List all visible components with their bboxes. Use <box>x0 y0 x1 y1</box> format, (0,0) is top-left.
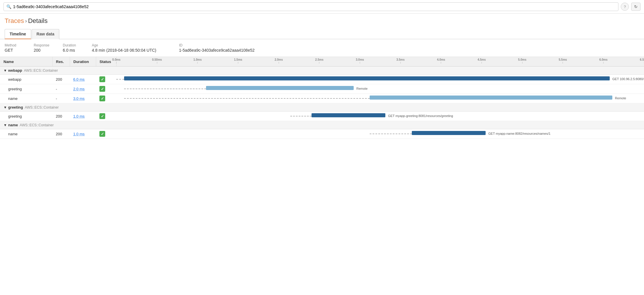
col-timeline-header: 0.0ms0.50ms1.0ms1.5ms2.0ms2.5ms3.0ms3.5m… <box>116 57 644 66</box>
bar-label-0-2: Remote <box>615 96 626 100</box>
cell-bar-0-1: Remote <box>116 84 644 94</box>
col-res-header: Res. <box>52 57 70 66</box>
summary-id: ID 1-5ad6ea9c-3403afece9ca62aaa4108e52 <box>179 42 639 54</box>
cell-status-0-2 <box>96 94 116 103</box>
cell-bar-1-0: GET myapp-greeting:8081/resources/greeti… <box>116 111 644 121</box>
summary-age: Age 4.8 min (2018-04-18 06:50:04 UTC) <box>92 42 179 54</box>
cell-dur-0-2[interactable]: 3.0 ms <box>70 94 96 103</box>
cell-dur-2-0[interactable]: 1.0 ms <box>70 129 96 139</box>
group-name-2: name <box>8 123 18 127</box>
id-label: ID <box>179 43 634 47</box>
data-row-0-1: greeting-2.0 msRemote <box>0 84 644 94</box>
method-value: GET <box>5 48 28 53</box>
cell-name-0-0: webapp <box>0 75 52 84</box>
cell-bar-0-2: Remote <box>116 94 644 103</box>
status-check-0-0 <box>99 76 105 82</box>
cell-res-0-0: 200 <box>52 75 70 84</box>
tick-7: 3.5ms <box>396 58 405 64</box>
group-row-0: ▼webappAWS::ECS::Container <box>0 66 644 75</box>
dur-link-1-0[interactable]: 1.0 ms <box>73 114 85 118</box>
cell-dur-0-0[interactable]: 6.0 ms <box>70 75 96 84</box>
data-row-0-0: webapp2006.0 msGET 100.96.2.5:8080/ <box>0 75 644 84</box>
group-type-0: AWS::ECS::Container <box>24 69 58 73</box>
response-value: 200 <box>34 48 57 53</box>
dash-line-0-2 <box>124 98 369 99</box>
tick-12: 6.0ms <box>599 58 607 64</box>
dash-line-2-0 <box>370 134 412 134</box>
cell-res-0-1: - <box>52 84 70 94</box>
summary-method: Method GET <box>5 42 34 54</box>
cell-bar-2-0: GET myapp-name:8082/resources/names/1 <box>116 129 644 139</box>
bar-1-0 <box>312 113 385 117</box>
tab-timeline[interactable]: Timeline <box>5 29 31 39</box>
search-icon: 🔍 <box>6 4 11 9</box>
id-value: 1-5ad6ea9c-3403afece9ca62aaa4108e52 <box>179 48 634 53</box>
summary-response: Response 200 <box>34 42 63 54</box>
status-check-1-0 <box>99 113 105 119</box>
data-row-1-0: greeting2001.0 msGET myapp-greeting:8081… <box>0 111 644 121</box>
summary-row: Method GET Response 200 Duration 6.0 ms … <box>0 39 644 57</box>
dash-line-0-1 <box>124 89 206 89</box>
age-value: 4.8 min (2018-04-18 06:50:04 UTC) <box>92 48 173 53</box>
cell-res-2-0: 200 <box>52 129 70 139</box>
collapse-icon-2[interactable]: ▼ <box>3 123 7 127</box>
help-button[interactable]: ? <box>621 3 629 11</box>
bar-2-0 <box>412 131 486 135</box>
breadcrumb-details: Details <box>28 17 47 25</box>
tick-1: 0.50ms <box>152 58 162 64</box>
cell-dur-1-0[interactable]: 1.0 ms <box>70 111 96 121</box>
dur-link-0-0[interactable]: 6.0 ms <box>73 77 85 82</box>
data-row-0-2: name-3.0 msRemote <box>0 94 644 103</box>
cell-res-0-2: - <box>52 94 70 103</box>
dash-line-0-0 <box>116 79 124 80</box>
collapse-icon-1[interactable]: ▼ <box>3 105 7 109</box>
tab-rawdata[interactable]: Raw data <box>32 29 59 39</box>
group-row-1: ▼greetingAWS::ECS::Container <box>0 103 644 111</box>
dur-link-0-2[interactable]: 3.0 ms <box>73 96 85 101</box>
group-name-0: webapp <box>8 68 22 73</box>
cell-dur-0-1[interactable]: 2.0 ms <box>70 84 96 94</box>
trace-table: Name Res. Duration Status 0.0ms0.50ms1.0… <box>0 57 644 139</box>
cell-name-2-0: name <box>0 129 52 139</box>
dur-link-2-0[interactable]: 1.0 ms <box>73 132 85 136</box>
cell-status-1-0 <box>96 111 116 121</box>
collapse-icon-0[interactable]: ▼ <box>3 69 7 73</box>
group-row-2: ▼nameAWS::ECS::Container <box>0 121 644 129</box>
traces-link[interactable]: Traces <box>5 17 24 25</box>
duration-label: Duration <box>63 43 86 47</box>
tick-6: 3.0ms <box>356 58 364 64</box>
bar-label-2-0: GET myapp-name:8082/resources/names/1 <box>488 132 550 135</box>
cell-status-2-0 <box>96 129 116 139</box>
method-label: Method <box>5 43 28 47</box>
bar-label-1-0: GET myapp-greeting:8081/resources/greeti… <box>388 114 453 118</box>
tick-13: 6.5ms <box>640 58 644 64</box>
col-name-header: Name <box>0 57 52 66</box>
status-check-2-0 <box>99 131 105 137</box>
tick-10: 5.0ms <box>518 58 526 64</box>
search-input-wrapper: 🔍 <box>3 2 618 11</box>
tick-0: 0.0ms <box>112 58 120 64</box>
tick-2: 1.0ms <box>194 58 202 64</box>
tick-9: 4.5ms <box>477 58 486 64</box>
dur-link-0-1[interactable]: 2.0 ms <box>73 87 85 91</box>
breadcrumb: Traces › Details <box>0 14 644 25</box>
tick-4: 2.0ms <box>275 58 283 64</box>
search-input[interactable] <box>3 2 618 11</box>
refresh-button[interactable]: ↻ <box>631 3 641 11</box>
bar-0-1 <box>206 86 354 90</box>
cell-bar-0-0: GET 100.96.2.5:8080/ <box>116 75 644 84</box>
group-name-1: greeting <box>8 105 23 109</box>
breadcrumb-separator: › <box>25 18 27 24</box>
cell-status-0-1 <box>96 84 116 94</box>
tick-5: 2.5ms <box>315 58 323 64</box>
dash-line-1-0 <box>290 116 312 116</box>
cell-status-0-0 <box>96 75 116 84</box>
response-label: Response <box>34 43 57 47</box>
tick-8: 4.0ms <box>437 58 445 64</box>
search-bar: 🔍 ? ↻ <box>0 0 644 14</box>
cell-res-1-0: 200 <box>52 111 70 121</box>
age-label: Age <box>92 43 173 47</box>
bar-label-0-0: GET 100.96.2.5:8080/ <box>612 77 644 81</box>
duration-value: 6.0 ms <box>63 48 86 53</box>
group-type-1: AWS::ECS::Container <box>25 105 59 109</box>
